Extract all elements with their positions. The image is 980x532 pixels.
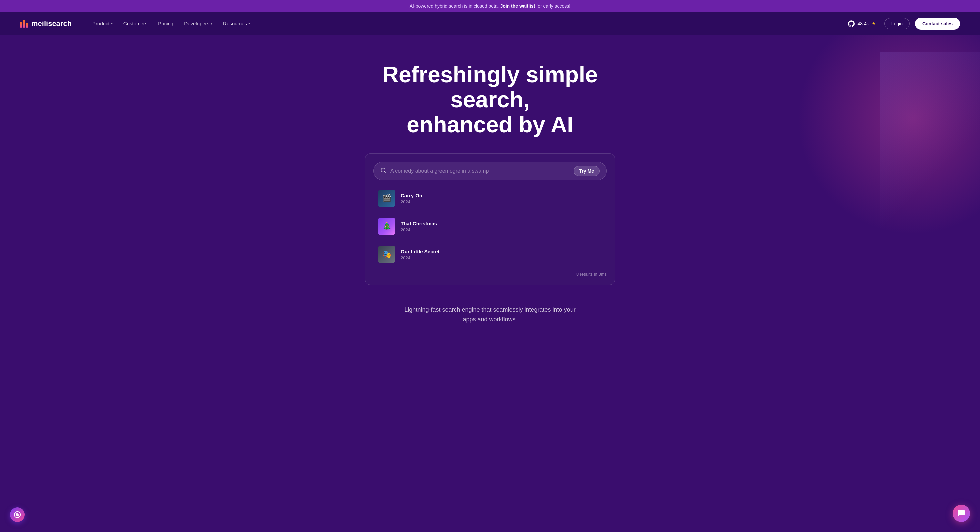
result-info-3: Our Little Secret 2024	[401, 248, 602, 260]
search-input[interactable]	[390, 168, 570, 174]
hero-subtext-line1: Lightning-fast search engine that seamle…	[404, 306, 575, 313]
nav-developers-label: Developers	[184, 21, 209, 26]
logo-bar-3	[26, 23, 28, 28]
nav-item-customers[interactable]: Customers	[119, 18, 152, 29]
logo[interactable]: meilisearch	[20, 19, 72, 28]
nav-item-product[interactable]: Product ▾	[88, 18, 117, 29]
logo-text-light: meili	[31, 19, 48, 28]
result-title-3: Our Little Secret	[401, 248, 602, 254]
nav-item-developers[interactable]: Developers ▾	[179, 18, 217, 29]
search-icon	[380, 167, 387, 175]
nav-pricing-label: Pricing	[158, 21, 173, 26]
chat-button[interactable]	[953, 505, 970, 522]
contact-sales-button[interactable]: Contact sales	[915, 18, 960, 30]
help-icon	[14, 511, 21, 518]
result-year-2: 2024	[401, 227, 602, 233]
banner-suffix: for early access!	[536, 3, 570, 9]
result-thumbnail-1: 🎬	[378, 190, 395, 207]
result-info-2: That Christmas 2024	[401, 221, 602, 233]
top-banner: AI-powered hybrid search is in closed be…	[0, 0, 980, 12]
result-info-1: Carry-On 2024	[401, 193, 602, 204]
chevron-down-icon-3: ▾	[248, 22, 250, 25]
search-bar[interactable]: Try Me	[373, 162, 607, 180]
list-item[interactable]: 🎄 That Christmas 2024	[373, 213, 607, 239]
hero-subtext: Lightning-fast search engine that seamle…	[404, 305, 575, 324]
hero-title-line1: Refreshingly simple search,	[382, 62, 598, 112]
navbar: meilisearch Product ▾ Customers Pricing …	[0, 12, 980, 35]
result-title-2: That Christmas	[401, 221, 602, 226]
chat-icon	[957, 509, 965, 517]
nav-right: 48.4k ★ Login Contact sales	[845, 18, 960, 30]
result-thumbnail-3: 🎭	[378, 246, 395, 263]
list-item[interactable]: 🎭 Our Little Secret 2024	[373, 242, 607, 267]
logo-bar-1	[20, 22, 22, 28]
github-stars: 48.4k	[858, 21, 869, 26]
result-year-3: 2024	[401, 255, 602, 260]
github-icon	[848, 20, 855, 27]
logo-text: meilisearch	[31, 19, 72, 28]
star-icon: ★	[872, 21, 876, 26]
search-demo-container: Try Me 🎬 Carry-On 2024 🎄 That Christmas …	[365, 153, 615, 285]
nav-customers-label: Customers	[123, 21, 148, 26]
help-button[interactable]	[10, 507, 25, 522]
nav-resources-label: Resources	[223, 21, 247, 26]
hero-subtext-line2: apps and workflows.	[463, 316, 517, 323]
result-year-1: 2024	[401, 199, 602, 204]
list-item[interactable]: 🎬 Carry-On 2024	[373, 186, 607, 211]
hero-title-line2: enhanced by AI	[407, 111, 573, 137]
result-thumbnail-2: 🎄	[378, 218, 395, 235]
hero-section: Refreshingly simple search, enhanced by …	[0, 35, 980, 344]
result-title-1: Carry-On	[401, 193, 602, 198]
chevron-down-icon: ▾	[111, 22, 113, 25]
nav-links: Product ▾ Customers Pricing Developers ▾…	[88, 18, 834, 29]
logo-text-bold: search	[48, 19, 72, 28]
github-button[interactable]: 48.4k ★	[845, 18, 879, 29]
logo-icon	[20, 20, 28, 28]
logo-bar-2	[23, 20, 25, 28]
chevron-down-icon-2: ▾	[211, 22, 212, 25]
nav-item-resources[interactable]: Resources ▾	[218, 18, 255, 29]
login-button[interactable]: Login	[885, 18, 910, 29]
try-me-button[interactable]: Try Me	[574, 166, 600, 176]
banner-waitlist-link[interactable]: Join the waitlist	[500, 3, 535, 9]
banner-text: AI-powered hybrid search is in closed be…	[410, 3, 500, 9]
nav-item-pricing[interactable]: Pricing	[153, 18, 178, 29]
hero-title: Refreshingly simple search, enhanced by …	[340, 62, 640, 137]
results-meta: 8 results in 3ms	[373, 272, 607, 277]
nav-product-label: Product	[92, 21, 110, 26]
